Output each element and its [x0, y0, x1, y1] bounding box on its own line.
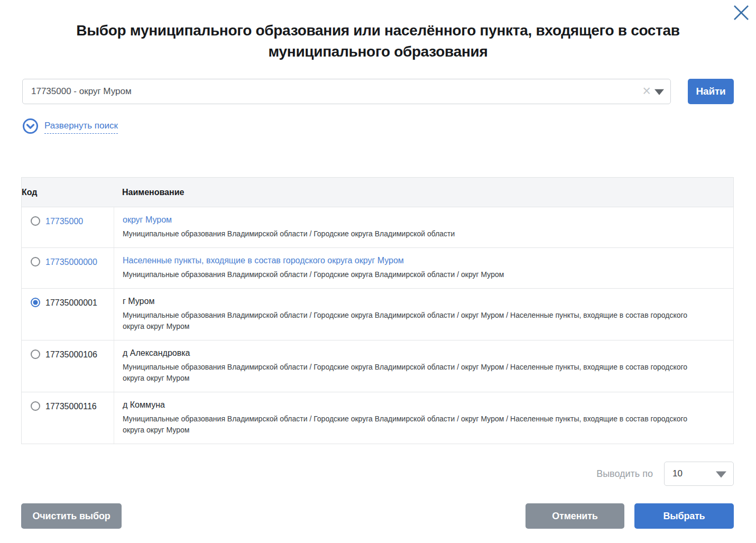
- close-icon: [733, 4, 750, 21]
- clear-input-icon[interactable]: ×: [642, 84, 651, 98]
- page-size-caret-down-icon: [716, 471, 726, 477]
- pagination-row: Выводить по 10: [22, 462, 734, 486]
- radio-button[interactable]: [31, 401, 40, 411]
- table-row-selected: 17735000001 г Муром Муниципальные образо…: [22, 289, 733, 340]
- municipality-combobox: ×: [22, 79, 671, 104]
- table-row: 17735000 округ Муром Муниципальные образ…: [22, 207, 733, 248]
- find-button[interactable]: Найти: [688, 79, 734, 104]
- clear-selection-button[interactable]: Очистить выбор: [21, 503, 122, 529]
- chevron-down-circle-icon[interactable]: [22, 118, 39, 136]
- row-name: д Коммуна: [123, 400, 165, 410]
- results-table: Код Наименование 17735000 округ Муром Му…: [21, 177, 734, 444]
- radio-button[interactable]: [31, 257, 40, 266]
- row-name-link[interactable]: Населенные пункты, входящие в состав гор…: [123, 256, 404, 265]
- row-code: 17735000116: [45, 402, 97, 411]
- table-header: Код Наименование: [22, 178, 733, 207]
- page-size-label: Выводить по: [596, 468, 653, 480]
- footer-actions: Очистить выбор Отменить Выбрать: [21, 503, 734, 529]
- search-row: × Найти: [22, 79, 734, 104]
- row-code-link[interactable]: 17735000000: [45, 257, 97, 267]
- header-code: Код: [22, 178, 114, 207]
- row-name-link[interactable]: округ Муром: [123, 215, 172, 225]
- row-code: 17735000001: [45, 298, 97, 308]
- close-button[interactable]: [732, 3, 751, 22]
- radio-button-checked[interactable]: [31, 298, 40, 307]
- table-row: 17735000116 д Коммуна Муниципальные обра…: [22, 392, 733, 444]
- radio-button[interactable]: [31, 216, 40, 226]
- modal-title: Выбор муниципального образования или нас…: [26, 20, 730, 62]
- expand-search-link[interactable]: Развернуть поиск: [44, 121, 118, 134]
- row-name: г Муром: [123, 297, 154, 306]
- row-hierarchy-path: Муниципальные образования Владимирской о…: [123, 310, 704, 332]
- row-code-link[interactable]: 17735000: [45, 217, 83, 226]
- select-button[interactable]: Выбрать: [634, 503, 734, 529]
- row-code: 17735000106: [45, 350, 97, 360]
- row-hierarchy-path: Муниципальные образования Владимирской о…: [123, 413, 704, 436]
- row-hierarchy-path: Муниципальные образования Владимирской о…: [123, 362, 704, 384]
- expand-search-row: Развернуть поиск: [22, 118, 734, 136]
- header-name: Наименование: [114, 178, 733, 207]
- row-hierarchy-path: Муниципальные образования Владимирской о…: [123, 269, 704, 280]
- row-hierarchy-path: Муниципальные образования Владимирской о…: [123, 228, 704, 240]
- radio-button[interactable]: [31, 349, 40, 359]
- table-row: 17735000000 Населенные пункты, входящие …: [22, 248, 733, 289]
- row-name: д Александровка: [123, 348, 190, 358]
- cancel-button[interactable]: Отменить: [525, 503, 624, 529]
- table-row: 17735000106 д Александровка Муниципальны…: [22, 340, 733, 392]
- combobox-caret-down-icon[interactable]: [654, 89, 664, 95]
- page-size-select[interactable]: 10: [664, 462, 734, 486]
- municipality-search-input[interactable]: [22, 79, 671, 104]
- page-size-value: 10: [672, 468, 683, 479]
